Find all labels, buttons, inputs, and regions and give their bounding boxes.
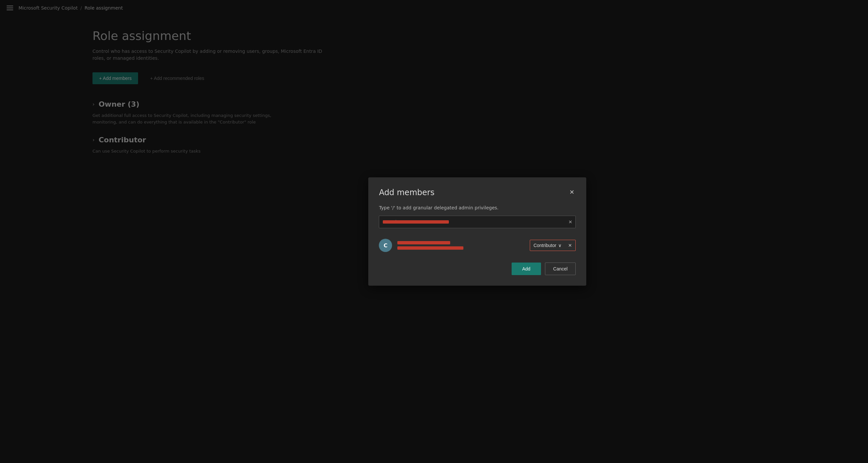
modal-cancel-button[interactable]: Cancel [545,263,576,275]
role-remove-button[interactable]: ✕ [565,241,575,250]
input-redacted-container [379,216,576,228]
member-email-redacted [397,246,463,250]
modal-add-button[interactable]: Add [512,263,541,275]
role-chevron-icon: ∨ [558,243,561,248]
modal-subtitle: Type '/' to add granular delegated admin… [379,205,576,210]
avatar-letter: C [384,242,388,249]
member-avatar: C [379,239,392,252]
modal-header: Add members ✕ [379,188,576,197]
modal-title: Add members [379,188,434,197]
modal-close-button[interactable]: ✕ [568,188,576,196]
member-row: C Contributor ∨ ✕ [379,236,576,255]
search-clear-button[interactable]: ✕ [568,219,572,224]
modal-footer: Add Cancel [379,263,576,275]
member-search-input[interactable] [379,216,576,228]
add-members-modal: Add members ✕ Type '/' to add granular d… [368,177,586,286]
member-info [397,241,525,250]
role-selector-button[interactable]: Contributor ∨ [531,241,564,250]
role-selector-wrapper: Contributor ∨ ✕ [530,240,576,251]
search-input-wrapper: ✕ [379,216,576,228]
role-label: Contributor [533,243,556,248]
member-name-redacted [397,241,450,244]
